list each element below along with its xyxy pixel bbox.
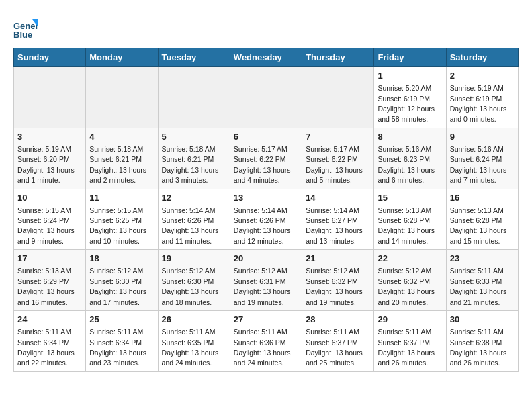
day-info: Sunrise: 5:14 AM Sunset: 6:26 PM Dayligh… [162,206,219,245]
weekday-header-tuesday: Tuesday [158,48,230,67]
day-info: Sunrise: 5:18 AM Sunset: 6:21 PM Dayligh… [162,145,219,184]
calendar-cell: 5Sunrise: 5:18 AM Sunset: 6:21 PM Daylig… [158,128,230,189]
calendar-cell: 3Sunrise: 5:19 AM Sunset: 6:20 PM Daylig… [14,128,86,189]
weekday-header-row: SundayMondayTuesdayWednesdayThursdayFrid… [14,48,519,67]
calendar-cell: 1Sunrise: 5:20 AM Sunset: 6:19 PM Daylig… [374,67,446,128]
calendar-cell: 23Sunrise: 5:11 AM Sunset: 6:33 PM Dayli… [446,250,518,311]
calendar-cell: 22Sunrise: 5:12 AM Sunset: 6:32 PM Dayli… [374,250,446,311]
day-number: 29 [378,314,442,326]
day-number: 27 [234,314,298,326]
day-number: 8 [378,131,442,143]
calendar-cell: 13Sunrise: 5:14 AM Sunset: 6:26 PM Dayli… [230,189,302,250]
calendar-cell: 12Sunrise: 5:14 AM Sunset: 6:26 PM Dayli… [158,189,230,250]
calendar-cell: 20Sunrise: 5:12 AM Sunset: 6:31 PM Dayli… [230,250,302,311]
day-info: Sunrise: 5:19 AM Sunset: 6:19 PM Dayligh… [450,84,507,123]
week-row-3: 17Sunrise: 5:13 AM Sunset: 6:29 PM Dayli… [14,250,519,311]
day-info: Sunrise: 5:13 AM Sunset: 6:29 PM Dayligh… [17,267,75,306]
day-number: 19 [162,253,226,265]
calendar-cell: 8Sunrise: 5:16 AM Sunset: 6:23 PM Daylig… [374,128,446,189]
calendar-cell [230,67,302,128]
day-number: 2 [450,70,515,82]
calendar-table: SundayMondayTuesdayWednesdayThursdayFrid… [13,48,519,372]
day-info: Sunrise: 5:18 AM Sunset: 6:21 PM Dayligh… [89,145,146,184]
calendar-cell: 29Sunrise: 5:11 AM Sunset: 6:37 PM Dayli… [374,311,446,372]
week-row-4: 24Sunrise: 5:11 AM Sunset: 6:34 PM Dayli… [14,311,519,372]
day-info: Sunrise: 5:11 AM Sunset: 6:38 PM Dayligh… [450,328,507,367]
week-row-1: 3Sunrise: 5:19 AM Sunset: 6:20 PM Daylig… [14,128,519,189]
weekday-header-thursday: Thursday [302,48,374,67]
day-info: Sunrise: 5:11 AM Sunset: 6:37 PM Dayligh… [378,328,435,367]
calendar-cell: 15Sunrise: 5:13 AM Sunset: 6:28 PM Dayli… [374,189,446,250]
calendar-cell: 9Sunrise: 5:16 AM Sunset: 6:24 PM Daylig… [446,128,518,189]
weekday-header-monday: Monday [86,48,158,67]
weekday-header-saturday: Saturday [446,48,518,67]
calendar-cell [302,67,374,128]
calendar-cell [86,67,158,128]
weekday-header-friday: Friday [374,48,446,67]
calendar-cell: 7Sunrise: 5:17 AM Sunset: 6:22 PM Daylig… [302,128,374,189]
day-info: Sunrise: 5:12 AM Sunset: 6:31 PM Dayligh… [234,267,291,306]
day-number: 15 [378,192,442,204]
svg-text:Blue: Blue [13,30,32,40]
day-info: Sunrise: 5:12 AM Sunset: 6:30 PM Dayligh… [89,267,146,306]
day-info: Sunrise: 5:11 AM Sunset: 6:33 PM Dayligh… [450,267,507,306]
day-number: 12 [162,192,226,204]
calendar-cell: 11Sunrise: 5:15 AM Sunset: 6:25 PM Dayli… [86,189,158,250]
day-info: Sunrise: 5:16 AM Sunset: 6:23 PM Dayligh… [378,145,435,184]
day-number: 13 [234,192,298,204]
calendar-cell: 18Sunrise: 5:12 AM Sunset: 6:30 PM Dayli… [86,250,158,311]
calendar-cell [14,67,86,128]
day-number: 10 [17,192,82,204]
header: General Blue [13,13,519,41]
day-number: 7 [306,131,370,143]
day-info: Sunrise: 5:19 AM Sunset: 6:20 PM Dayligh… [17,145,75,184]
day-info: Sunrise: 5:15 AM Sunset: 6:25 PM Dayligh… [89,206,146,245]
calendar-cell: 19Sunrise: 5:12 AM Sunset: 6:30 PM Dayli… [158,250,230,311]
day-number: 5 [162,131,226,143]
day-number: 4 [89,131,154,143]
day-number: 17 [17,253,82,265]
calendar-cell: 17Sunrise: 5:13 AM Sunset: 6:29 PM Dayli… [14,250,86,311]
day-info: Sunrise: 5:15 AM Sunset: 6:24 PM Dayligh… [17,206,75,245]
day-info: Sunrise: 5:12 AM Sunset: 6:32 PM Dayligh… [306,267,363,306]
day-number: 23 [450,253,515,265]
calendar-cell [158,67,230,128]
day-number: 25 [89,314,154,326]
calendar-cell: 2Sunrise: 5:19 AM Sunset: 6:19 PM Daylig… [446,67,518,128]
day-number: 11 [89,192,154,204]
calendar-cell: 24Sunrise: 5:11 AM Sunset: 6:34 PM Dayli… [14,311,86,372]
week-row-2: 10Sunrise: 5:15 AM Sunset: 6:24 PM Dayli… [14,189,519,250]
day-number: 22 [378,253,442,265]
calendar-cell: 26Sunrise: 5:11 AM Sunset: 6:35 PM Dayli… [158,311,230,372]
day-info: Sunrise: 5:17 AM Sunset: 6:22 PM Dayligh… [306,145,363,184]
calendar-cell: 25Sunrise: 5:11 AM Sunset: 6:34 PM Dayli… [86,311,158,372]
calendar-cell: 10Sunrise: 5:15 AM Sunset: 6:24 PM Dayli… [14,189,86,250]
day-number: 24 [17,314,82,326]
calendar-cell: 6Sunrise: 5:17 AM Sunset: 6:22 PM Daylig… [230,128,302,189]
day-number: 28 [306,314,370,326]
logo: General Blue [13,17,40,41]
day-info: Sunrise: 5:17 AM Sunset: 6:22 PM Dayligh… [234,145,291,184]
calendar-cell: 30Sunrise: 5:11 AM Sunset: 6:38 PM Dayli… [446,311,518,372]
day-info: Sunrise: 5:14 AM Sunset: 6:27 PM Dayligh… [306,206,363,245]
day-info: Sunrise: 5:11 AM Sunset: 6:36 PM Dayligh… [234,328,291,367]
day-info: Sunrise: 5:20 AM Sunset: 6:19 PM Dayligh… [378,84,435,123]
day-info: Sunrise: 5:14 AM Sunset: 6:26 PM Dayligh… [234,206,291,245]
day-number: 16 [450,192,515,204]
week-row-0: 1Sunrise: 5:20 AM Sunset: 6:19 PM Daylig… [14,67,519,128]
day-info: Sunrise: 5:11 AM Sunset: 6:35 PM Dayligh… [162,328,219,367]
calendar-cell: 27Sunrise: 5:11 AM Sunset: 6:36 PM Dayli… [230,311,302,372]
calendar-cell: 28Sunrise: 5:11 AM Sunset: 6:37 PM Dayli… [302,311,374,372]
calendar-cell: 16Sunrise: 5:13 AM Sunset: 6:28 PM Dayli… [446,189,518,250]
day-info: Sunrise: 5:12 AM Sunset: 6:30 PM Dayligh… [162,267,219,306]
day-info: Sunrise: 5:13 AM Sunset: 6:28 PM Dayligh… [450,206,507,245]
calendar-cell: 4Sunrise: 5:18 AM Sunset: 6:21 PM Daylig… [86,128,158,189]
day-number: 1 [378,70,442,82]
calendar-body: 1Sunrise: 5:20 AM Sunset: 6:19 PM Daylig… [14,67,519,372]
day-info: Sunrise: 5:11 AM Sunset: 6:34 PM Dayligh… [89,328,146,367]
day-number: 14 [306,192,370,204]
day-number: 6 [234,131,298,143]
day-info: Sunrise: 5:12 AM Sunset: 6:32 PM Dayligh… [378,267,435,306]
calendar-cell: 14Sunrise: 5:14 AM Sunset: 6:27 PM Dayli… [302,189,374,250]
day-info: Sunrise: 5:13 AM Sunset: 6:28 PM Dayligh… [378,206,435,245]
